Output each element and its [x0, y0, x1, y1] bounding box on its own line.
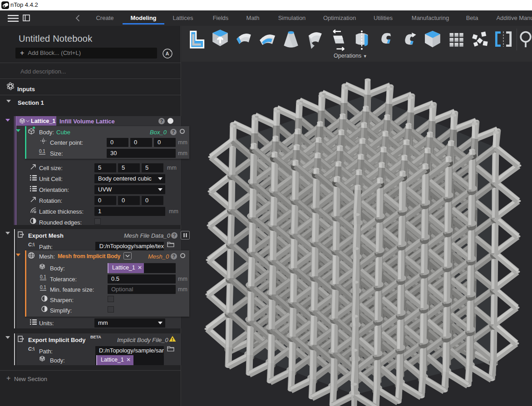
svg-text:C:\: C:\: [28, 346, 34, 352]
svg-text:C:\: C:\: [28, 242, 34, 247]
svg-text:0.1: 0.1: [39, 149, 45, 154]
svg-text:A: A: [166, 51, 169, 56]
svg-text:0.1: 0.1: [40, 285, 46, 290]
svg-text:0.1: 0.1: [40, 274, 46, 279]
